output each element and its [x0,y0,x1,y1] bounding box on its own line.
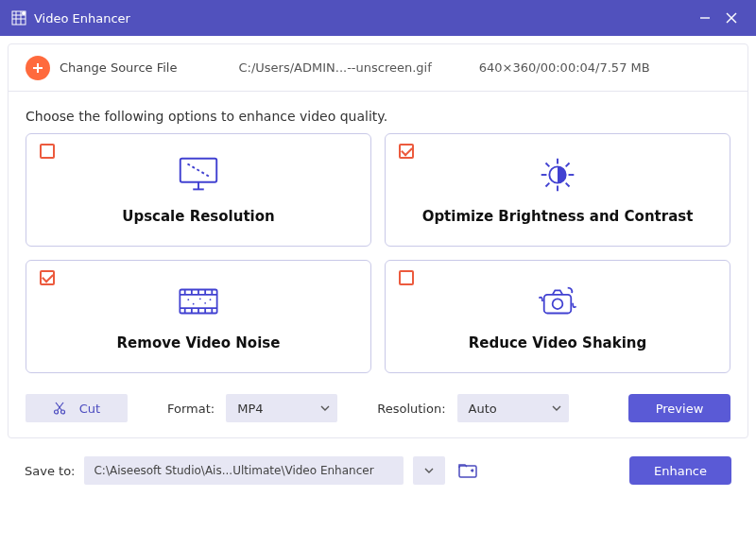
checkbox-shaking[interactable] [399,270,414,285]
close-button[interactable] [718,5,745,31]
svg-line-47 [56,402,62,411]
option-remove-noise[interactable]: Remove Video Noise [26,260,371,373]
resolution-value: Auto [469,402,497,416]
option-upscale-resolution[interactable]: Upscale Resolution [26,133,371,247]
camera-shake-icon [534,282,581,321]
enhance-button[interactable]: Enhance [629,456,731,485]
brightness-icon [534,155,581,195]
checkbox-brightness[interactable] [399,144,414,159]
change-source-link[interactable]: Change Source File [60,60,177,75]
controls-row: Cut Format: MP4 Resolution: Auto Preview [9,386,747,437]
film-noise-icon [175,282,222,321]
save-to-label: Save to: [25,464,75,478]
option-reduce-shaking[interactable]: Reduce Video Shaking [385,260,730,373]
chevron-down-icon [320,405,330,411]
svg-line-12 [187,163,209,176]
cut-label: Cut [79,402,100,416]
preview-button[interactable]: Preview [628,394,730,422]
window-title: Video Enhancer [34,11,692,26]
resolution-label: Resolution: [377,402,445,416]
format-label: Format: [167,402,215,416]
open-folder-button[interactable] [455,457,481,484]
monitor-icon [175,155,222,195]
svg-line-21 [566,183,570,187]
app-icon [11,10,26,26]
svg-line-22 [546,183,550,187]
svg-point-40 [204,302,206,304]
svg-line-23 [566,163,570,167]
add-file-button[interactable] [26,56,50,80]
option-label: Reduce Video Shaking [469,334,647,351]
bottom-bar: Save to: C:\Aiseesoft Studio\Ais...Ultim… [0,446,756,495]
svg-rect-42 [544,295,572,314]
scissors-icon [53,402,66,415]
svg-line-20 [546,163,550,167]
save-path-field[interactable]: C:\Aiseesoft Studio\Ais...Ultimate\Video… [84,456,404,485]
svg-rect-48 [459,466,476,477]
source-row: Change Source File C:/Users/ADMIN...--un… [9,44,747,92]
main-content: Change Source File C:/Users/ADMIN...--un… [8,43,748,438]
svg-point-5 [22,11,26,15]
source-path: C:/Users/ADMIN...--unscreen.gif [238,60,431,75]
titlebar: Video Enhancer [0,0,756,36]
option-brightness-contrast[interactable]: Optimize Brightness and Contrast [385,133,730,247]
format-dropdown[interactable]: MP4 [226,394,337,422]
option-label: Upscale Resolution [122,208,274,225]
svg-line-46 [57,402,63,411]
format-value: MP4 [237,402,263,416]
instructions-text: Choose the following options to enhance … [9,92,747,133]
svg-point-41 [210,299,212,300]
source-meta: 640×360/00:00:04/7.57 MB [479,60,650,75]
minimize-button[interactable] [692,5,718,31]
svg-point-38 [193,303,195,305]
checkbox-upscale[interactable] [40,144,55,159]
resolution-dropdown[interactable]: Auto [457,394,569,422]
cut-button[interactable]: Cut [26,394,128,422]
chevron-down-icon [424,468,434,473]
checkbox-noise[interactable] [40,270,55,285]
svg-point-43 [553,299,563,309]
save-path-dropdown[interactable] [413,456,445,485]
chevron-down-icon [552,405,561,411]
options-grid: Upscale Resolution Optimize Brightness a… [9,133,747,386]
option-label: Optimize Brightness and Contrast [422,208,694,225]
svg-point-37 [187,299,189,300]
folder-icon [458,463,477,478]
option-label: Remove Video Noise [117,334,281,351]
svg-point-39 [199,298,201,300]
